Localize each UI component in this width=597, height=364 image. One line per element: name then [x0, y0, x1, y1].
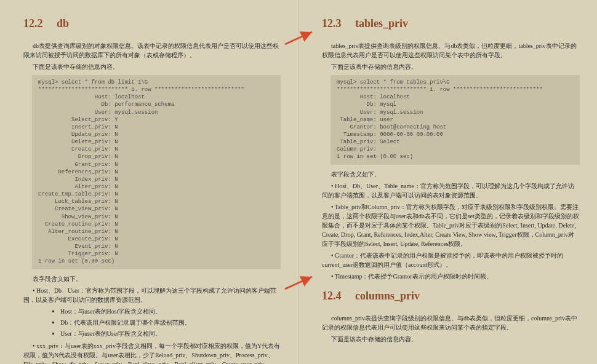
section-heading-12-4: 12.4 columns_priv: [322, 290, 580, 303]
paragraph: 下面是该表中存储的信息内容。: [322, 62, 580, 71]
paragraph: • xxx_priv：与user表的xxx_priv字段含义相同，每一个字段都对…: [23, 341, 281, 364]
page-left: 12.2 db db表提供查询库级别的对象权限信息。该表中记录的权限信息代表用户…: [0, 0, 298, 364]
list-item: Db：代表该用户权限记录属于哪个库级别范围。: [60, 318, 281, 328]
heading-text: columns_priv: [355, 290, 420, 302]
heading-number: 12.3: [322, 17, 342, 30]
paragraph: • Host、Db、User、Table_name：官方称为范围字段，可以理解为…: [322, 181, 580, 200]
paragraph: 下面是该表中存储的信息内容。: [23, 62, 281, 71]
list-item: Host：与user表的Host字段含义相同。: [60, 307, 281, 317]
paragraph: • Host、Db、User：官方称为范围字段，可以理解为这三个字段构成了允许访…: [23, 286, 281, 304]
paragraph: 下面是该表中存储的信息内容。: [322, 334, 580, 344]
document-container: 12.2 db db表提供查询库级别的对象权限信息。该表中记录的权限信息代表用户…: [0, 0, 597, 364]
heading-number: 12.2: [23, 17, 43, 30]
heading-number: 12.4: [322, 290, 342, 302]
paragraph: 表字段含义如下。: [322, 170, 580, 179]
paragraph: db表提供查询库级别的对象权限信息。该表中记录的权限信息代表用户是否可以使用这些…: [23, 41, 281, 60]
paragraph: • Table_priv和Column_priv：官方称为权限字段，对应于表级别…: [322, 202, 580, 248]
heading-text: db: [57, 17, 69, 30]
paragraph: columns_priv表提供查询字段级别的权限信息。与db表类似，但粒度更细，…: [322, 314, 580, 332]
paragraph: • Grantor：代表该表中记录的用户权限是被谁授予的，即该表中的用户权限被授…: [322, 251, 580, 269]
section-heading-12-2: 12.2 db: [23, 17, 281, 30]
paragraph: 表字段含义如下。: [23, 274, 281, 283]
heading-text: tables_priv: [355, 17, 408, 30]
code-block-db: mysql> select * from db limit 1\G ******…: [32, 75, 281, 269]
list-item: User：与user表的User字段含义相同。: [60, 329, 281, 339]
bullet-list: Host：与user表的Host字段含义相同。 Db：代表该用户权限记录属于哪个…: [36, 307, 281, 339]
code-block-tables-priv: mysql> select * from tables_priv\G *****…: [331, 75, 580, 165]
paragraph: • Timestamp：代表授予Grantor表示的用户权限时的时间戳。: [322, 272, 580, 281]
paragraph: tables_priv表提供查询表级别的权限信息。与db表类似，但粒度更细，ta…: [322, 41, 580, 60]
section-heading-12-3: 12.3 tables_priv: [322, 17, 580, 30]
page-right: 12.3 tables_priv tables_priv表提供查询表级别的权限信…: [298, 0, 597, 364]
